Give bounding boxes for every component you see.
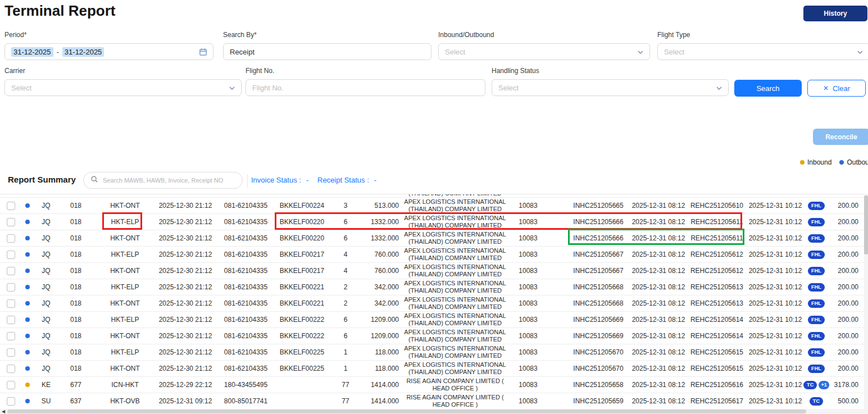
- period-range-picker[interactable]: 31-12-2025 - 31-12-2025: [4, 43, 213, 60]
- cell-receipt_no: REHC251205614: [688, 316, 746, 324]
- cell-checkbox: [0, 316, 19, 324]
- cell-badges: FHL: [805, 332, 828, 340]
- row-checkbox[interactable]: [7, 202, 15, 210]
- cell-checkbox: [0, 283, 19, 292]
- row-checkbox[interactable]: [7, 251, 15, 259]
- cell-receipt_no: REHC251205615: [688, 365, 746, 372]
- cell-flight: 018: [56, 202, 96, 210]
- direction-dot-icon: [25, 220, 30, 224]
- inbound-outbound-field: Inbound/Outbound Select: [438, 31, 650, 60]
- row-checkbox[interactable]: [7, 397, 15, 406]
- clipped-row: (THAILAND) COMPANY LIMITED: [0, 194, 864, 198]
- flight-type-select[interactable]: Select: [657, 43, 868, 60]
- cell-amount: 3178.00: [828, 381, 858, 389]
- cell-invoice_no: INHC251205669: [567, 316, 629, 324]
- cell-route: HKT-ONT: [96, 332, 154, 340]
- cell-badges: TC+1: [805, 381, 828, 389]
- reconcile-button[interactable]: Reconcile: [813, 129, 868, 145]
- row-checkbox[interactable]: [7, 218, 15, 226]
- search-by-select[interactable]: Receipt: [223, 43, 431, 60]
- cell-code: 10083: [511, 365, 545, 372]
- cell-amount: 200.00: [828, 365, 858, 372]
- scroll-left-arrow-icon[interactable]: ◀: [1, 409, 6, 414]
- cell-mawb: 081-62104335: [216, 348, 275, 356]
- clear-button[interactable]: ✕ Clear: [807, 80, 866, 97]
- cell-company: APEX LOGISTICS INTERNATIONAL (THAILAND) …: [399, 198, 511, 213]
- period-to-value[interactable]: 31-12-2025: [62, 47, 104, 57]
- horizontal-scrollbar-thumb[interactable]: [7, 410, 806, 413]
- cell-mawb: 081-62104335: [216, 218, 275, 226]
- carrier-select[interactable]: Select: [4, 79, 242, 96]
- cell-code: 10083: [511, 234, 545, 242]
- search-button[interactable]: Search: [734, 80, 802, 97]
- cell-company: APEX LOGISTICS INTERNATIONAL (THAILAND) …: [399, 231, 511, 245]
- table-row: JQ018HKT-ONT2025-12-30 21:12081-62104335…: [0, 328, 864, 344]
- handling-status-field: Handling Status Select: [492, 67, 729, 96]
- carrier-placeholder: Select: [11, 84, 31, 92]
- cell-hawb: BKKELF00220: [275, 234, 329, 242]
- cell-weight: 760.000: [362, 251, 399, 258]
- period-from-value[interactable]: 31-12-2025: [11, 47, 53, 57]
- cell-code: 10083: [511, 397, 545, 405]
- cell-checkbox: [0, 299, 19, 308]
- cell-flight: 637: [56, 397, 96, 405]
- outbound-dot-icon: [839, 160, 844, 165]
- cell-code: 10083: [511, 316, 545, 324]
- cell-invoice_date: 2025-12-31 08:12: [629, 202, 688, 210]
- row-checkbox[interactable]: [7, 283, 15, 292]
- cell-code: 10083: [511, 283, 545, 291]
- row-checkbox[interactable]: [7, 381, 15, 389]
- cell-weight: 760.000: [362, 267, 399, 275]
- cell-receipt_date: 2025-12-31 10:12: [746, 365, 805, 372]
- cell-datetime: 2025-12-30 21:12: [154, 365, 216, 372]
- cell-route: HKT-ELP: [96, 316, 154, 324]
- row-checkbox[interactable]: [7, 365, 15, 373]
- report-table: (THAILAND) COMPANY LIMITED JQ018HKT-ONT2…: [0, 194, 864, 409]
- cell-pcs: 6: [329, 218, 362, 226]
- cell-pcs: 1: [329, 348, 362, 356]
- cell-hawb: BKKELF00224: [275, 202, 329, 210]
- row-checkbox[interactable]: [7, 316, 15, 324]
- cell-weight: 1414.000: [362, 381, 399, 389]
- cell-amount: 200.00: [828, 316, 858, 324]
- inbound-outbound-select[interactable]: Select: [438, 43, 650, 60]
- cell-invoice_no: INHC251205666: [567, 234, 629, 242]
- cell-flight: 677: [56, 381, 96, 389]
- cell-receipt_no: REHC251205610: [688, 202, 746, 210]
- table-row: JQ018HKT-ONT2025-12-30 21:12081-62104335…: [0, 198, 864, 214]
- cell-invoice_date: 2025-12-31 08:12: [629, 365, 688, 372]
- cell-amount: 200.00: [828, 332, 858, 340]
- cell-route: HKT-ONT: [96, 267, 154, 275]
- cell-receipt_date: 2025-12-31 10:12: [746, 267, 805, 275]
- calendar-icon[interactable]: [199, 48, 207, 58]
- vertical-scrollbar-thumb[interactable]: [864, 195, 868, 254]
- row-checkbox[interactable]: [7, 332, 15, 340]
- cell-direction: [19, 350, 36, 354]
- row-checkbox[interactable]: [7, 267, 15, 275]
- cell-pcs: 6: [329, 316, 362, 324]
- row-checkbox[interactable]: [7, 234, 15, 243]
- row-checkbox[interactable]: [7, 348, 15, 357]
- cell-direction: [19, 252, 36, 257]
- cell-mawb: 081-62104335: [216, 234, 275, 242]
- cell-receipt_date: 2025-12-31 10:12: [746, 316, 805, 324]
- cell-badges: TC: [805, 397, 828, 406]
- cell-mawb: 081-62104335: [216, 299, 275, 307]
- table-row: KE677ICN-HKT2025-12-29 22:12180-43455495…: [0, 377, 864, 393]
- handling-status-select[interactable]: Select: [492, 79, 729, 96]
- doc-type-badge: FHL: [808, 283, 825, 292]
- history-button[interactable]: History: [803, 6, 867, 21]
- cell-receipt_no: REHC251205611: [688, 234, 746, 242]
- cell-badges: FHL: [805, 251, 828, 259]
- cell-mawb: 081-62104335: [216, 283, 275, 291]
- flight-type-field: Flight Type Select: [657, 31, 868, 60]
- flight-type-placeholder: Select: [664, 48, 684, 56]
- cell-weight: 118.000: [362, 365, 399, 372]
- cell-badges: FHL: [805, 202, 828, 210]
- cell-mawb: 081-62104335: [216, 332, 275, 340]
- cell-datetime: 2025-12-30 21:12: [154, 283, 216, 291]
- summary-search-input[interactable]: [103, 177, 235, 184]
- direction-dot-icon: [25, 334, 30, 338]
- row-checkbox[interactable]: [7, 299, 15, 308]
- flight-no-input[interactable]: [252, 84, 479, 92]
